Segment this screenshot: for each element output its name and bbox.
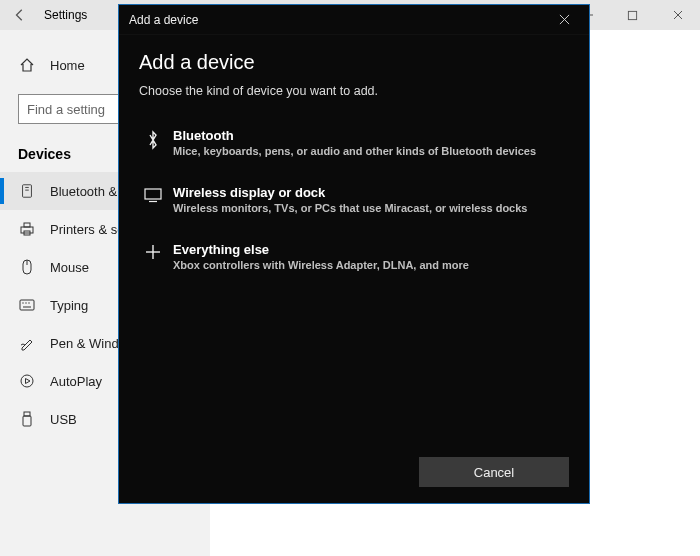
dialog-subheading: Choose the kind of device you want to ad… bbox=[139, 84, 569, 98]
sidebar-item-label: USB bbox=[50, 412, 77, 427]
sidebar-item-label: Typing bbox=[50, 298, 88, 313]
usb-icon bbox=[18, 411, 36, 427]
mouse-icon bbox=[18, 259, 36, 275]
option-everything-else[interactable]: Everything else Xbox controllers with Wi… bbox=[139, 234, 569, 279]
dialog-close-button[interactable] bbox=[549, 5, 579, 35]
svg-rect-6 bbox=[24, 223, 30, 227]
cancel-button[interactable]: Cancel bbox=[419, 457, 569, 487]
arrow-left-icon bbox=[13, 8, 27, 22]
svg-rect-1 bbox=[628, 11, 636, 19]
svg-point-13 bbox=[28, 302, 29, 303]
dialog-footer: Cancel bbox=[119, 447, 589, 503]
option-title: Bluetooth bbox=[173, 128, 569, 143]
svg-point-15 bbox=[21, 375, 33, 387]
svg-rect-17 bbox=[23, 416, 31, 426]
option-desc: Mice, keyboards, pens, or audio and othe… bbox=[173, 145, 569, 157]
window-title: Settings bbox=[40, 8, 87, 22]
option-title: Everything else bbox=[173, 242, 569, 257]
printer-icon bbox=[18, 221, 36, 237]
svg-point-12 bbox=[25, 302, 26, 303]
pen-icon bbox=[18, 335, 36, 351]
close-icon bbox=[559, 14, 570, 25]
dialog-heading: Add a device bbox=[139, 51, 569, 74]
bluetooth-icon bbox=[139, 128, 167, 157]
option-bluetooth[interactable]: Bluetooth Mice, keyboards, pens, or audi… bbox=[139, 120, 569, 165]
svg-rect-16 bbox=[24, 412, 30, 416]
maximize-icon bbox=[627, 10, 638, 21]
home-icon bbox=[18, 57, 36, 73]
close-icon bbox=[672, 9, 684, 21]
option-desc: Wireless monitors, TVs, or PCs that use … bbox=[173, 202, 569, 214]
svg-rect-2 bbox=[23, 185, 32, 197]
svg-rect-18 bbox=[145, 189, 161, 199]
option-wireless-display[interactable]: Wireless display or dock Wireless monito… bbox=[139, 177, 569, 222]
monitor-icon bbox=[139, 185, 167, 214]
plus-icon bbox=[139, 242, 167, 271]
back-button[interactable] bbox=[0, 8, 40, 22]
svg-point-11 bbox=[22, 302, 23, 303]
option-desc: Xbox controllers with Wireless Adapter, … bbox=[173, 259, 569, 271]
sidebar-item-label: AutoPlay bbox=[50, 374, 102, 389]
close-window-button[interactable] bbox=[655, 0, 700, 30]
dialog-titlebar: Add a device bbox=[119, 5, 589, 35]
keyboard-icon bbox=[18, 299, 36, 311]
maximize-button[interactable] bbox=[610, 0, 655, 30]
bluetooth-icon bbox=[18, 183, 36, 199]
home-label: Home bbox=[50, 58, 85, 73]
dialog-body: Add a device Choose the kind of device y… bbox=[119, 35, 589, 447]
autoplay-icon bbox=[18, 373, 36, 389]
dialog-title: Add a device bbox=[129, 13, 549, 27]
search-placeholder: Find a setting bbox=[27, 102, 105, 117]
svg-rect-10 bbox=[20, 300, 34, 310]
option-title: Wireless display or dock bbox=[173, 185, 569, 200]
add-device-dialog: Add a device Add a device Choose the kin… bbox=[118, 4, 590, 504]
svg-rect-5 bbox=[21, 227, 33, 233]
sidebar-item-label: Mouse bbox=[50, 260, 89, 275]
